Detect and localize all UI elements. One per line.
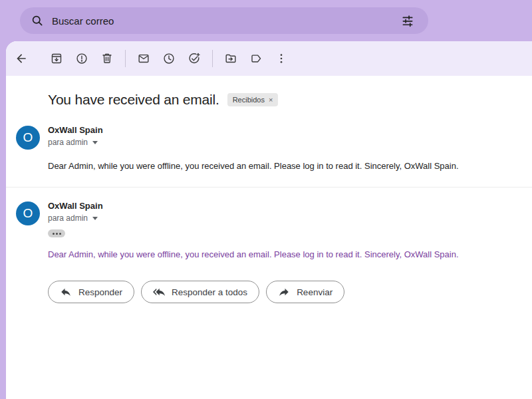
thread-subject: You have received an email. [48,92,219,108]
message-body-quoted: Dear Admin, while you were offline, you … [48,248,512,261]
toolbar-divider [125,50,126,67]
reply-label: Responder [78,287,122,297]
mark-unread-icon [137,52,150,65]
add-task-icon [188,52,201,65]
reply-all-icon [153,286,165,298]
chevron-down-icon [92,217,98,220]
tune-icon [401,14,414,27]
forward-icon [278,286,290,298]
reply-all-button[interactable]: Responder a todos [141,281,259,303]
search-bar[interactable] [20,7,428,34]
back-button[interactable] [9,46,34,71]
recipient-details[interactable]: para admin [48,138,98,148]
more-button[interactable] [269,46,294,71]
forward-button[interactable]: Reenviar [266,281,344,303]
snooze-icon [162,52,176,65]
dot [56,233,58,235]
recipient-details[interactable]: para admin [48,213,98,223]
reply-icon [60,286,72,298]
sender-name: OxWall Spain [48,125,512,136]
chevron-down-icon [92,141,98,144]
remove-label-icon[interactable]: × [269,96,273,104]
more-icon [275,52,288,65]
reply-actions: Responder Responder a todos Reenviar [48,281,532,303]
add-task-button[interactable] [182,46,207,71]
dot [59,233,61,235]
dot [53,233,55,235]
search-options-button[interactable] [396,9,419,32]
thread-toolbar [6,41,532,76]
archive-icon [50,52,63,65]
label-icon [249,52,263,65]
report-spam-icon [75,52,88,65]
recipient-text: para admin [48,213,88,223]
avatar[interactable]: O [16,201,40,225]
show-trimmed-content-button[interactable] [48,229,65,237]
search-input[interactable] [52,15,396,27]
inbox-label-chip[interactable]: Recibidos × [227,93,279,106]
toolbar-divider [212,50,213,67]
move-to-button[interactable] [218,46,243,71]
message-1: O OxWall Spain para admin Dear Admin, wh… [6,125,532,188]
reply-button[interactable]: Responder [48,281,134,303]
report-spam-button[interactable] [69,46,94,71]
archive-button[interactable] [44,46,69,71]
message-2: O OxWall Spain para admin Dear Admin, wh… [6,201,532,261]
subject-row: You have received an email. Recibidos × [48,92,516,108]
search-icon [31,14,44,27]
top-search-band [0,0,532,41]
message-body: Dear Admin, while you were offline, you … [48,160,512,172]
mail-panel: You have received an email. Recibidos × … [6,41,532,399]
snooze-button[interactable] [156,46,182,71]
delete-button[interactable] [94,46,120,71]
forward-label: Reenviar [297,287,332,297]
move-to-icon [224,52,237,65]
inbox-label-text: Recibidos [233,96,265,104]
avatar[interactable]: O [16,126,40,150]
sender-name: OxWall Spain [48,201,512,211]
reply-all-label: Responder a todos [172,287,247,297]
mark-unread-button[interactable] [131,46,156,71]
label-button[interactable] [243,46,269,71]
back-icon [15,52,28,65]
delete-icon [100,52,114,65]
recipient-text: para admin [48,138,88,148]
